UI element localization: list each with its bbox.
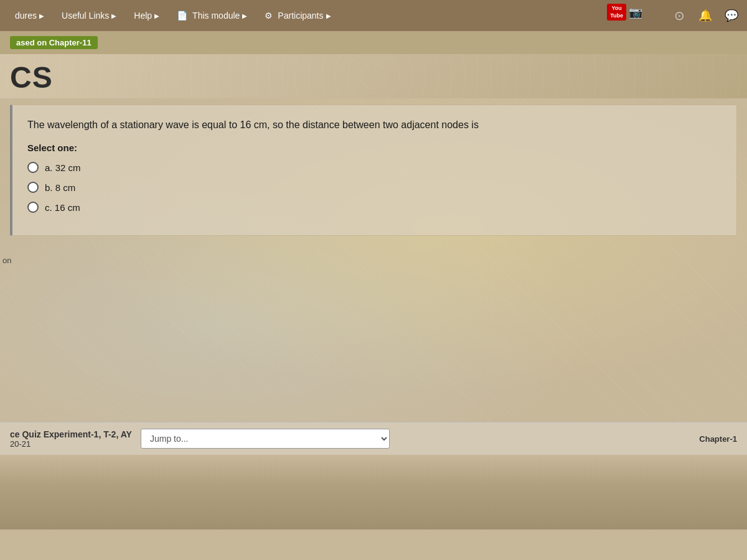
nav-item-useful-links[interactable]: Useful Links ▶: [53, 6, 125, 26]
side-label: on: [2, 256, 11, 265]
circle-icon[interactable]: ⊙: [670, 6, 688, 25]
radio-c[interactable]: [27, 202, 39, 213]
nav-item-procedures[interactable]: dures ▶: [6, 6, 53, 26]
page-heading: CS: [0, 54, 747, 98]
option-a-label: a. 32 cm: [45, 162, 81, 173]
option-b-label: b. 8 cm: [45, 182, 75, 193]
nav-item-useful-links-label: Useful Links: [62, 11, 109, 21]
footer-subtitle: 20-21: [10, 439, 134, 449]
participants-icon: ⚙: [265, 11, 273, 21]
nav-right-icons: ⊙ 🔔 💬: [670, 6, 741, 25]
option-b[interactable]: b. 8 cm: [27, 180, 721, 194]
this-module-icon: 📄: [177, 11, 187, 21]
nav-item-participants-label: Participants: [278, 11, 323, 21]
main-content: on The wavelength of a stationary wave i…: [0, 98, 747, 422]
radio-a[interactable]: [27, 162, 39, 173]
option-a[interactable]: a. 32 cm: [27, 161, 721, 174]
bottom-area: [0, 455, 747, 530]
footer-right-label: Chapter-1: [699, 434, 737, 444]
footer-title: ce Quiz Experiment-1, T-2, AY: [10, 429, 134, 439]
breadcrumb-tag: ased on Chapter-11: [10, 36, 98, 49]
option-c-label: c. 16 cm: [45, 202, 80, 213]
page-title: CS: [10, 60, 737, 95]
question-box: The wavelength of a stationary wave is e…: [10, 105, 737, 236]
breadcrumb-bar: ased on Chapter-11: [0, 31, 747, 54]
question-text: The wavelength of a stationary wave is e…: [27, 118, 721, 133]
nav-item-participants[interactable]: ⚙ Participants ▶: [256, 6, 339, 26]
nav-item-procedures-label: dures: [15, 11, 37, 21]
nav-item-this-module-arrow: ▶: [242, 12, 247, 19]
jump-to-select[interactable]: Jump to...: [141, 429, 390, 449]
nav-item-help[interactable]: Help ▶: [125, 6, 168, 26]
nav-item-this-module-label: This module: [192, 11, 240, 21]
nav-item-help-arrow: ▶: [154, 12, 159, 19]
footer-navigation: ce Quiz Experiment-1, T-2, AY 20-21 Jump…: [0, 422, 747, 455]
nav-items: dures ▶ Useful Links ▶ Help ▶ 📄 This mod…: [6, 6, 670, 26]
top-navigation: dures ▶ Useful Links ▶ Help ▶ 📄 This mod…: [0, 0, 747, 31]
youtube-area: YouTube 📷: [602, 0, 647, 26]
option-list: a. 32 cm b. 8 cm c. 16 cm: [27, 161, 721, 214]
nav-item-participants-arrow: ▶: [326, 12, 331, 19]
option-c[interactable]: c. 16 cm: [27, 200, 721, 214]
bell-icon[interactable]: 🔔: [696, 6, 715, 25]
youtube-badge[interactable]: YouTube: [607, 4, 626, 21]
radio-b[interactable]: [27, 182, 39, 193]
nav-item-useful-links-arrow: ▶: [111, 12, 116, 19]
camera-icon[interactable]: 📷: [629, 6, 642, 19]
chat-icon[interactable]: 💬: [722, 6, 741, 25]
select-label: Select one:: [27, 142, 721, 153]
footer-left: ce Quiz Experiment-1, T-2, AY 20-21: [10, 429, 134, 449]
nav-item-help-label: Help: [134, 11, 152, 21]
nav-item-procedures-arrow: ▶: [39, 12, 44, 19]
nav-item-this-module[interactable]: 📄 This module ▶: [168, 6, 256, 26]
